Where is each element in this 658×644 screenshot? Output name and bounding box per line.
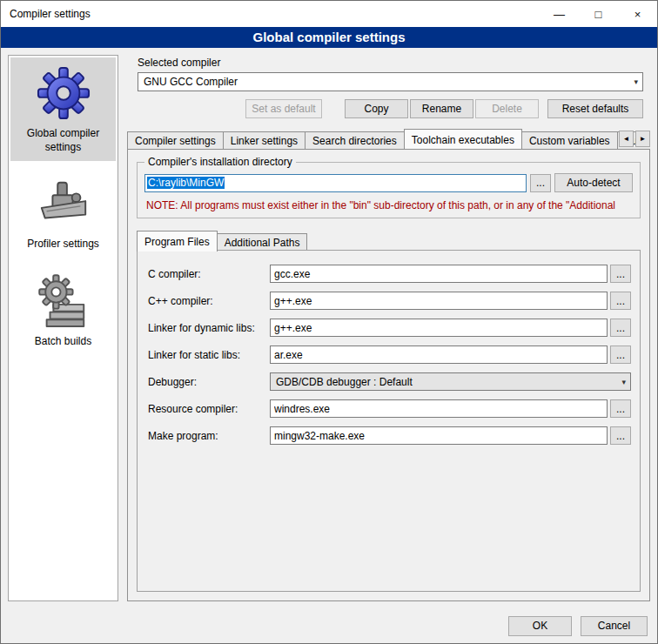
- window-controls: — □ ×: [540, 1, 657, 27]
- installation-note: NOTE: All programs must exist either in …: [146, 199, 633, 211]
- gray-gear-stack-icon: [37, 274, 91, 328]
- blue-gear-icon: [37, 66, 91, 120]
- reset-defaults-button[interactable]: Reset defaults: [547, 99, 643, 118]
- resource-compiler-label: Resource compiler:: [148, 403, 270, 415]
- sidebar-item-label: Batch builds: [35, 335, 91, 349]
- dialog-body: Global compiler settings Profiler se: [1, 48, 657, 608]
- copy-button[interactable]: Copy: [345, 99, 408, 118]
- installation-directory-browse-button[interactable]: ...: [530, 174, 551, 192]
- resource-compiler-browse-button[interactable]: ...: [610, 399, 631, 418]
- maximize-button[interactable]: □: [579, 1, 618, 27]
- c-compiler-label: C compiler:: [148, 268, 270, 280]
- selected-compiler-label: Selected compiler: [138, 57, 650, 69]
- sidebar: Global compiler settings Profiler se: [8, 55, 118, 601]
- cpp-compiler-label: C++ compiler:: [148, 295, 270, 307]
- toolchain-executables-page: Compiler's installation directory C:\ray…: [127, 149, 650, 601]
- tab-scroll-right-button[interactable]: ►: [635, 131, 650, 147]
- form-row: Linker for dynamic libs: ...: [148, 319, 631, 337]
- dialog-footer: OK Cancel: [1, 608, 657, 643]
- profiler-tool-icon: [37, 177, 91, 231]
- selected-compiler-value: GNU GCC Compiler: [144, 76, 630, 88]
- make-program-input[interactable]: [270, 426, 608, 445]
- rename-button[interactable]: Rename: [410, 99, 473, 118]
- linker-dynamic-input[interactable]: [270, 319, 608, 337]
- installation-directory-group-title: Compiler's installation directory: [144, 156, 296, 168]
- sidebar-item-label: Profiler settings: [27, 238, 99, 252]
- tab-linker-settings[interactable]: Linker settings: [223, 131, 306, 149]
- c-compiler-browse-button[interactable]: ...: [610, 265, 631, 283]
- tabs: Compiler settings Linker settings Search…: [127, 129, 650, 149]
- form-row: Linker for static libs: ...: [148, 345, 631, 364]
- linker-dynamic-browse-button[interactable]: ...: [610, 319, 631, 337]
- debugger-label: Debugger:: [148, 376, 270, 388]
- tab-toolchain-executables[interactable]: Toolchain executables: [404, 129, 522, 149]
- compiler-actions: Set as default Copy Rename Delete Reset …: [138, 99, 643, 118]
- program-files-panel: C compiler: ... C++ compiler: ... Linker…: [137, 250, 641, 592]
- installation-directory-input[interactable]: C:\raylib\MinGW: [144, 174, 527, 192]
- make-program-browse-button[interactable]: ...: [610, 426, 631, 445]
- set-as-default-button: Set as default: [245, 99, 322, 118]
- installation-directory-row: C:\raylib\MinGW ... Auto-detect: [144, 173, 633, 192]
- linker-static-input[interactable]: [270, 345, 608, 364]
- chevron-down-icon: ▾: [618, 378, 626, 386]
- window-title: Compiler settings: [10, 8, 91, 20]
- form-row: C compiler: ...: [148, 265, 631, 283]
- form-row: Debugger: GDB/CDB debugger : Default ▾: [148, 372, 631, 391]
- subtabstrip: Program Files Additional Paths: [137, 231, 641, 251]
- tab-scroll-left-button[interactable]: ◄: [619, 131, 634, 147]
- dialog-header: Global compiler settings: [1, 27, 657, 48]
- tabstrip: Compiler settings Linker settings Search…: [127, 129, 650, 149]
- form-row: C++ compiler: ...: [148, 292, 631, 310]
- minimize-button[interactable]: —: [540, 1, 579, 27]
- sidebar-item-profiler-settings[interactable]: Profiler settings: [10, 168, 116, 258]
- main-panel: Selected compiler GNU GCC Compiler ▾ Set…: [127, 55, 650, 601]
- subtab-program-files[interactable]: Program Files: [137, 231, 218, 252]
- tab-custom-variables[interactable]: Custom variables: [521, 131, 618, 149]
- sidebar-item-batch-builds[interactable]: Batch builds: [10, 265, 116, 356]
- compiler-settings-window: Compiler settings — □ × Global compiler …: [0, 0, 658, 644]
- make-program-label: Make program:: [148, 430, 270, 442]
- cpp-compiler-input[interactable]: [270, 292, 608, 310]
- ok-button[interactable]: OK: [508, 616, 572, 636]
- form-row: Make program: ...: [148, 426, 631, 445]
- installation-directory-selected-text: C:\raylib\MinGW: [147, 177, 225, 189]
- installation-directory-group: Compiler's installation directory C:\ray…: [137, 162, 641, 218]
- delete-button: Delete: [475, 99, 539, 118]
- chevron-down-icon: ▾: [630, 77, 638, 86]
- linker-static-browse-button[interactable]: ...: [610, 345, 631, 364]
- tab-search-directories[interactable]: Search directories: [305, 131, 405, 149]
- form-row: Resource compiler: ...: [148, 399, 631, 418]
- debugger-select[interactable]: GDB/CDB debugger : Default ▾: [270, 372, 631, 391]
- sidebar-item-global-compiler-settings[interactable]: Global compiler settings: [10, 57, 116, 161]
- subtab-additional-paths[interactable]: Additional Paths: [217, 233, 308, 251]
- c-compiler-input[interactable]: [270, 265, 608, 283]
- cpp-compiler-browse-button[interactable]: ...: [610, 292, 631, 310]
- tab-compiler-settings[interactable]: Compiler settings: [127, 131, 224, 149]
- tab-scroll-arrows: ◄ ►: [619, 131, 650, 147]
- cancel-button[interactable]: Cancel: [581, 616, 648, 636]
- auto-detect-button[interactable]: Auto-detect: [554, 173, 633, 192]
- debugger-value: GDB/CDB debugger : Default: [276, 376, 618, 388]
- resource-compiler-input[interactable]: [270, 399, 608, 418]
- linker-dynamic-label: Linker for dynamic libs:: [148, 322, 270, 334]
- titlebar: Compiler settings — □ ×: [1, 1, 657, 27]
- close-button[interactable]: ×: [618, 1, 657, 27]
- linker-static-label: Linker for static libs:: [148, 349, 270, 361]
- selected-compiler-select[interactable]: GNU GCC Compiler ▾: [138, 72, 643, 91]
- sidebar-item-label: Global compiler settings: [12, 127, 114, 154]
